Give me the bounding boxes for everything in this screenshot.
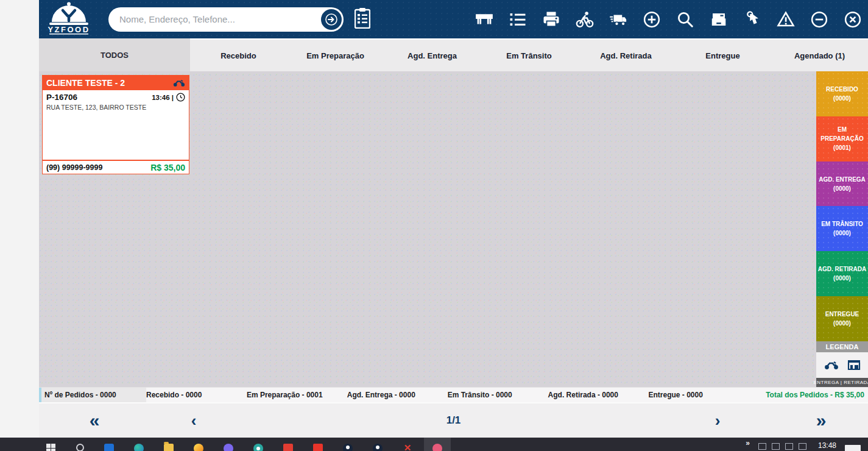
alerts-icon[interactable] [777, 10, 795, 29]
legend-motorcycle-icon [824, 360, 839, 370]
summary-agd-retirada: Agd. Retirada - 0000 [548, 388, 649, 402]
search-orders-icon[interactable] [676, 10, 694, 29]
printer-icon[interactable] [542, 10, 560, 29]
delivery-truck-icon[interactable] [609, 10, 627, 29]
motorcycle-delivery-icon [173, 79, 185, 87]
tray-overflow-chevron[interactable]: » [746, 439, 750, 447]
cloche-logo-icon: YZFOOD [43, 2, 95, 35]
tab-em-transito[interactable]: Em Trânsito [481, 40, 577, 71]
yzfood-window: YZFOOD [39, 0, 868, 438]
search-input[interactable] [108, 7, 344, 32]
summary-total-orders: Nº de Pedidos - 0000 [39, 388, 146, 402]
summary-recebido: Recebido - 0000 [146, 388, 247, 402]
system-tray: » 13:48 [746, 438, 868, 451]
add-order-icon[interactable] [643, 10, 661, 29]
screen: YZFOOD [0, 0, 868, 451]
taskbar-search-icon[interactable] [76, 444, 84, 451]
purple-app-icon[interactable] [224, 444, 233, 451]
rail-entregue[interactable]: ENTREGUE (0000) [816, 296, 868, 341]
yzfood-logo: YZFOOD [43, 2, 95, 37]
dark-app-icon-2[interactable] [373, 444, 383, 451]
pagination-bar: « ‹ 1/1 › » [39, 402, 868, 438]
rail-agd-retirada[interactable]: AGD. RETIRADA (0000) [816, 251, 868, 296]
summary-em-transito: Em Trânsito - 0000 [448, 388, 548, 402]
order-card-body: P-16706 13:46 | RUA TESTE, 123, BAIRRO T… [43, 90, 189, 160]
file-explorer-icon[interactable] [164, 444, 174, 451]
rail-agd-entrega[interactable]: AGD. ENTREGA (0000) [816, 162, 868, 207]
tab-group: Recebido Em Preparação Agd. Entrega Em T… [190, 38, 868, 71]
order-code: P-16706 [46, 93, 152, 102]
order-total: R$ 35,00 [150, 163, 185, 172]
tray-icon-1[interactable] [758, 443, 766, 450]
summary-total-value: Total dos Pedidos - R$ 35,00 [749, 388, 868, 402]
topbar-actions [475, 10, 868, 29]
summary-agd-entrega: Agd. Entrega - 0000 [347, 388, 448, 402]
order-address: RUA TESTE, 123, BAIRRO TESTE [46, 104, 185, 111]
active-app-icon[interactable] [432, 444, 442, 451]
order-card[interactable]: CLIENTE TESTE - 2 P-16706 13:46 | [42, 75, 189, 174]
topbar: YZFOOD [39, 0, 868, 38]
legend-store-icon [847, 360, 861, 371]
tab-entregue[interactable]: Entregue [674, 40, 771, 71]
minimize-icon[interactable] [810, 10, 828, 29]
close-icon[interactable] [844, 10, 862, 29]
legend-icons [816, 352, 868, 378]
order-card-footer: (99) 99999-9999 R$ 35,00 [43, 160, 189, 174]
tab-agendado[interactable]: Agendado (1) [771, 40, 868, 71]
speaker-icon[interactable] [799, 443, 806, 450]
active-app-highlight [424, 438, 451, 451]
mail-app-icon[interactable] [104, 444, 114, 451]
tray-icon-2[interactable] [772, 443, 780, 450]
summary-em-preparacao: Em Preparação - 0001 [247, 388, 347, 402]
windows-taskbar: ✕ » 13:48 [0, 438, 868, 451]
taskbar-apps: ✕ [46, 444, 451, 451]
customer-phone: (99) 99999-9999 [46, 163, 150, 172]
orders-clipboard-icon[interactable] [355, 8, 370, 31]
prev-page-button[interactable]: ‹ [191, 411, 197, 430]
last-page-button[interactable]: » [816, 410, 827, 431]
yz-app-icon[interactable] [313, 444, 323, 451]
rail-em-preparacao[interactable]: EM PREPARAÇÃO (0001) [816, 116, 868, 162]
order-list-icon[interactable] [509, 10, 527, 29]
tab-agd-entrega[interactable]: Agd. Entrega [384, 40, 481, 71]
customer-name: CLIENTE TESTE - 2 [46, 78, 125, 88]
status-rail: RECEBIDO (0000) EM PREPARAÇÃO (0001) AGD… [816, 71, 868, 387]
tab-agd-retirada[interactable]: Agd. Retirada [577, 40, 674, 71]
clock-icon[interactable] [176, 93, 185, 102]
search-bar [108, 7, 344, 32]
tab-todos[interactable]: TODOS [39, 38, 190, 71]
start-button-icon[interactable] [46, 444, 56, 451]
page-indicator: 1/1 [446, 414, 461, 427]
browser-app-icon[interactable] [134, 444, 144, 451]
arrow-right-icon [325, 13, 337, 26]
legend-caption: ENTREGA | RETIRADA [816, 378, 868, 387]
clock-time: 13:48 [818, 441, 836, 450]
search-submit-button[interactable] [321, 9, 342, 30]
order-time: 13:46 | [152, 94, 174, 101]
svg-text:YZFOOD: YZFOOD [48, 25, 90, 34]
flame-app-icon[interactable] [192, 442, 206, 451]
teal-app-icon[interactable] [253, 444, 263, 451]
legend-title: LEGENDA [816, 341, 868, 352]
tab-em-preparacao[interactable]: Em Preparação [287, 40, 384, 71]
orders-board: CLIENTE TESTE - 2 P-16706 13:46 | [39, 71, 868, 387]
tab-recebido[interactable]: Recebido [190, 40, 287, 71]
red-x-app-icon[interactable]: ✕ [403, 444, 412, 451]
archive-icon[interactable] [710, 10, 728, 29]
order-card-header: CLIENTE TESTE - 2 [43, 76, 189, 90]
next-page-button[interactable]: › [715, 411, 721, 430]
courier-bicycle-icon[interactable] [576, 10, 594, 29]
red-grid-app-icon[interactable] [283, 444, 293, 451]
touch-action-icon[interactable] [743, 10, 761, 29]
summary-entregue: Entregue - 0000 [648, 388, 749, 402]
notification-center-icon[interactable] [845, 445, 861, 451]
rail-em-transito[interactable]: EM TRÂNSITO (0000) [816, 206, 868, 251]
first-page-button[interactable]: « [90, 410, 100, 431]
status-tabbar: TODOS Recebido Em Preparação Agd. Entreg… [39, 38, 868, 71]
dark-app-icon-1[interactable] [343, 444, 353, 451]
rail-recebido[interactable]: RECEBIDO (0000) [816, 71, 868, 116]
summary-bar: Nº de Pedidos - 0000 Recebido - 0000 Em … [39, 387, 868, 402]
tables-icon[interactable] [475, 10, 493, 29]
tray-icon-3[interactable] [785, 443, 793, 450]
